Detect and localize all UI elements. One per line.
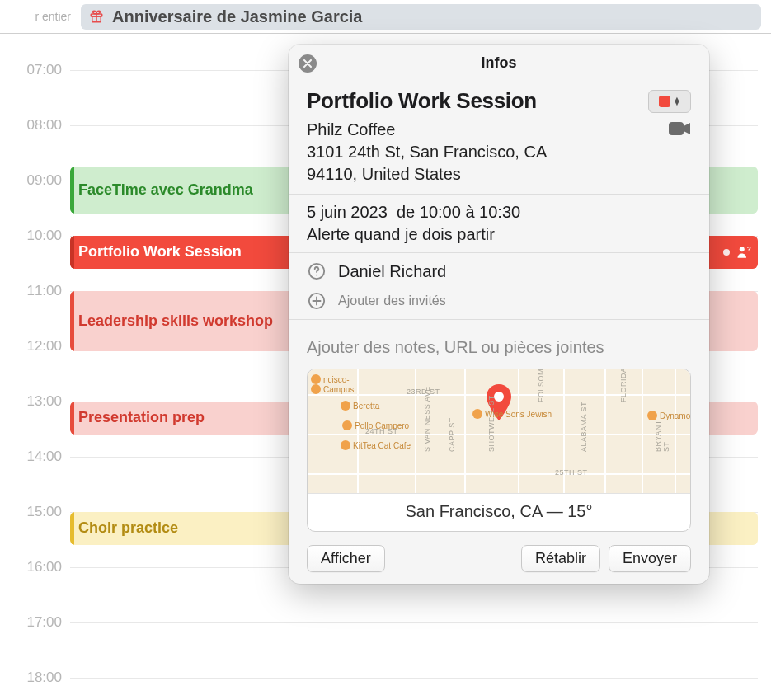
- location-map-card[interactable]: ncisco-CampusBerettaPollo CamperoKitTea …: [307, 369, 691, 532]
- hour-label: 11:00: [0, 283, 62, 299]
- send-button[interactable]: Envoyer: [609, 545, 691, 572]
- map-poi: KitTea Cat Cafe: [341, 440, 411, 450]
- map-street-label: ALABAMA ST: [580, 402, 588, 452]
- map-street-label: 25TH ST: [555, 468, 588, 477]
- svg-rect-4: [669, 122, 684, 135]
- hour-label: 13:00: [0, 393, 62, 410]
- event-location[interactable]: Philz Coffee 3101 24th St, San Francisco…: [307, 119, 547, 186]
- plus-circle-icon: [307, 291, 327, 311]
- map-caption: San Francisco, CA — 15°: [308, 493, 690, 531]
- invitee-name: Daniel Richard: [338, 262, 446, 281]
- map-street-label: SHOTWELL ST: [487, 395, 496, 452]
- map-street-label: FOLSOM ST: [537, 369, 545, 402]
- event-title-text: Portfolio Work Session: [78, 243, 242, 261]
- hour-label: 08:00: [0, 117, 62, 134]
- event-title[interactable]: Portfolio Work Session: [307, 88, 537, 114]
- map-street-label: CAPP ST: [448, 417, 456, 452]
- chevron-up-down-icon: ▲▼: [674, 97, 681, 106]
- all-day-event-birthday[interactable]: Anniversaire de Jasmine Garcia: [81, 4, 761, 30]
- invitee-row[interactable]: Daniel Richard: [307, 261, 691, 281]
- invitee-status-badge: ?: [723, 245, 753, 260]
- map-poi: Wise Sons Jewish: [472, 409, 552, 419]
- hour-label: 14:00: [0, 449, 62, 465]
- map-poi: Beretta: [341, 401, 379, 411]
- svg-point-2: [740, 247, 745, 251]
- all-day-row: r entier Anniversaire de Jasmine Garcia: [0, 0, 771, 34]
- close-button[interactable]: [299, 54, 317, 73]
- notes-placeholder[interactable]: Ajouter des notes, URL ou pièces jointes: [307, 328, 691, 357]
- map-street-label: 24TH ST: [365, 427, 398, 435]
- location-name: Philz Coffee: [307, 119, 547, 141]
- map-street-label: BRYANT ST: [654, 416, 670, 452]
- map-street-label: S VAN NESS AVE: [423, 386, 431, 452]
- location-addr-1: 3101 24th St, San Francisco, CA: [307, 141, 547, 163]
- hour-label: 15:00: [0, 504, 62, 520]
- event-alert[interactable]: Alerte quand je dois partir: [307, 225, 691, 244]
- svg-text:?: ?: [747, 246, 751, 253]
- calendar-picker[interactable]: ▲▼: [648, 90, 691, 113]
- event-title-text: FaceTime avec Grandma: [78, 181, 253, 199]
- svg-point-6: [316, 275, 317, 276]
- map-preview[interactable]: ncisco-CampusBerettaPollo CamperoKitTea …: [308, 369, 690, 493]
- map-poi: ncisco-: [311, 374, 350, 384]
- question-circle-icon: [307, 261, 327, 281]
- event-date: 5 juin 2023: [307, 203, 388, 221]
- hour-label: 16:00: [0, 559, 62, 576]
- event-title-text: Choir practice: [78, 519, 178, 537]
- calendar-color-swatch: [659, 96, 670, 107]
- popover-header: Infos: [289, 45, 709, 80]
- date-time-section[interactable]: 5 juin 2023 de 10:00 à 10:30 Alerte quan…: [289, 195, 709, 252]
- revert-button[interactable]: Rétablir: [521, 545, 600, 572]
- add-invitees-row[interactable]: Ajouter des invités: [307, 291, 691, 311]
- gift-icon: [89, 9, 104, 24]
- hour-label: 17:00: [0, 614, 62, 631]
- map-poi: Campus: [311, 384, 354, 394]
- hour-label: 09:00: [0, 172, 62, 189]
- event-info-popover: Infos Portfolio Work Session ▲▼ Philz Co…: [289, 45, 709, 584]
- add-invitees-placeholder: Ajouter des invités: [338, 294, 446, 308]
- hour-line: [70, 678, 758, 679]
- video-call-icon[interactable]: [668, 120, 691, 140]
- hour-line: [70, 622, 758, 623]
- hour-label: 10:00: [0, 228, 62, 244]
- hour-label: 18:00: [0, 669, 62, 686]
- event-time: de 10:00 à 10:30: [397, 203, 520, 221]
- map-street-label: FLORIDA ST: [619, 369, 628, 402]
- hour-label: 07:00: [0, 62, 62, 78]
- event-title-text: Presentation prep: [78, 409, 205, 426]
- all-day-label-truncated: r entier: [0, 10, 76, 23]
- event-title-text: Leadership skills workshop: [78, 312, 273, 330]
- location-addr-2: 94110, United States: [307, 163, 547, 186]
- all-day-event-title: Anniversaire de Jasmine Garcia: [112, 7, 363, 26]
- show-button[interactable]: Afficher: [307, 545, 385, 572]
- hour-label: 12:00: [0, 338, 62, 355]
